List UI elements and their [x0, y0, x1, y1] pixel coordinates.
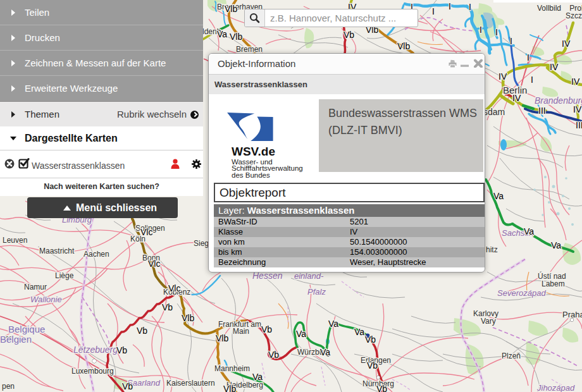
- svg-text:Vb: Vb: [116, 345, 127, 355]
- svg-text:I: I: [480, 25, 482, 35]
- svg-text:Va: Va: [524, 226, 534, 236]
- svg-text:Vb: Vb: [367, 360, 378, 371]
- svg-text:Vlb: Vlb: [182, 313, 194, 323]
- svg-text:Praha: Praha: [562, 310, 582, 319]
- svg-text:Vlc: Vlc: [148, 259, 160, 269]
- svg-text:I: I: [495, 27, 498, 37]
- svg-text:Bremen: Bremen: [236, 45, 263, 54]
- svg-text:Vlc: Vlc: [140, 227, 152, 237]
- svg-text:Va: Va: [551, 240, 561, 250]
- svg-text:Labem: Labem: [542, 279, 565, 288]
- svg-text:Aachen: Aachen: [84, 250, 109, 259]
- svg-text:Va: Va: [354, 327, 364, 337]
- svg-text:I: I: [510, 36, 512, 46]
- svg-text:IV: IV: [571, 77, 580, 87]
- svg-text:Plzeň: Plzeň: [502, 352, 521, 360]
- svg-text:einland-: einland-: [294, 271, 324, 281]
- svg-text:III: III: [576, 120, 582, 130]
- svg-text:III: III: [538, 106, 546, 116]
- svg-text:Va: Va: [296, 329, 306, 339]
- svg-text:Vb: Vb: [122, 381, 133, 391]
- svg-text:Vary: Vary: [481, 317, 496, 326]
- svg-text:Sieg: Sieg: [194, 239, 209, 248]
- svg-text:Maastricht: Maastricht: [39, 247, 75, 255]
- svg-text:Belgien: Belgien: [0, 334, 32, 345]
- svg-text:Pfalz: Pfalz: [307, 287, 326, 297]
- svg-text:IV: IV: [498, 71, 507, 82]
- svg-text:Vlb: Vlb: [223, 384, 236, 392]
- svg-text:Liège: Liège: [55, 271, 74, 280]
- svg-text:Vb: Vb: [137, 326, 147, 336]
- svg-text:IV: IV: [573, 104, 582, 114]
- svg-text:Belgique: Belgique: [8, 324, 45, 334]
- svg-text:Main: Main: [233, 327, 249, 336]
- svg-text:Vb: Vb: [376, 384, 387, 392]
- svg-text:I: I: [432, 6, 435, 16]
- svg-text:pen: pen: [2, 382, 15, 391]
- svg-text:Vlc: Vlc: [168, 283, 180, 293]
- svg-text:I: I: [469, 2, 471, 12]
- svg-text:Szcze: Szcze: [566, 11, 582, 20]
- svg-text:Vlb: Vlb: [230, 32, 242, 42]
- svg-text:Lëtzebuerg: Lëtzebuerg: [73, 345, 118, 355]
- svg-text:Jihozápad: Jihozápad: [536, 383, 575, 392]
- svg-text:Leuven: Leuven: [3, 236, 27, 245]
- svg-text:Wallonie: Wallonie: [30, 295, 62, 304]
- svg-text:Vb: Vb: [365, 334, 376, 345]
- svg-text:Namur: Namur: [24, 283, 47, 291]
- svg-text:Vlb: Vlb: [397, 41, 410, 51]
- svg-text:Vb: Vb: [268, 350, 279, 360]
- svg-text:Vlb: Vlb: [216, 333, 228, 343]
- svg-text:Va: Va: [217, 29, 227, 39]
- svg-text:Va: Va: [320, 347, 330, 357]
- svg-text:I: I: [531, 75, 533, 85]
- svg-text:Va: Va: [328, 319, 338, 329]
- svg-text:IV: IV: [562, 39, 571, 49]
- svg-text:sdam: sdam: [483, 107, 505, 117]
- svg-text:Luxembourg: Luxembourg: [71, 367, 114, 376]
- svg-text:Kaiserslautern: Kaiserslautern: [166, 379, 215, 388]
- svg-text:Mannheim: Mannheim: [214, 364, 250, 373]
- svg-text:I: I: [527, 52, 529, 63]
- svg-text:Vlb: Vlb: [225, 4, 237, 14]
- svg-text:Severozápad: Severozápad: [497, 288, 546, 298]
- svg-text:Va: Va: [252, 372, 263, 382]
- svg-text:Va: Va: [493, 191, 504, 201]
- svg-text:IV: IV: [512, 93, 521, 103]
- svg-text:I: I: [449, 1, 451, 11]
- svg-text:Vb: Vb: [344, 30, 354, 40]
- svg-text:Vb: Vb: [261, 324, 272, 334]
- svg-text:hitz: hitz: [486, 245, 498, 254]
- svg-text:Vb: Vb: [162, 302, 173, 312]
- svg-text:IV: IV: [550, 62, 559, 72]
